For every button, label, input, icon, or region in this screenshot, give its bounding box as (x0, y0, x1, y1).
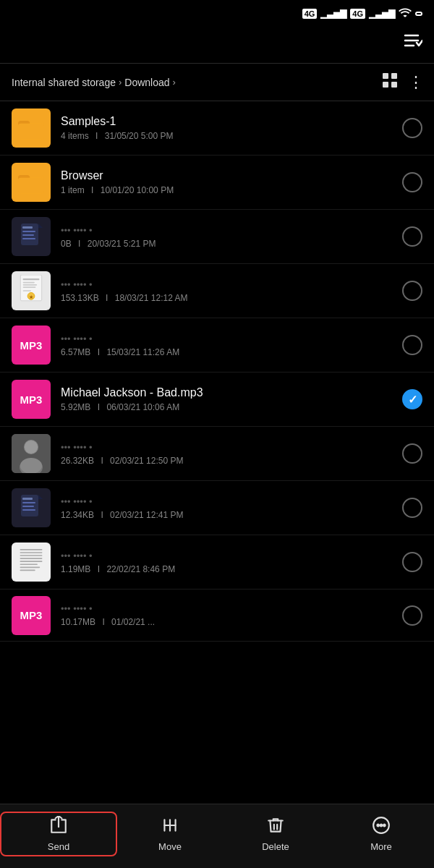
doc-icon (12, 217, 51, 256)
file-name: Michael Jackson - Bad.mp3 (61, 386, 392, 399)
battery-indicator (415, 12, 422, 16)
file-size: 0B (61, 239, 72, 249)
mp3-icon: MP3 (12, 326, 51, 365)
svg-rect-16 (22, 234, 34, 236)
svg-rect-43 (20, 561, 43, 562)
file-size: 12.34KB (61, 510, 94, 520)
send-label: Send (48, 841, 69, 852)
more-label: More (370, 841, 392, 852)
svg-text:★: ★ (29, 294, 33, 299)
file-date: 06/03/21 10:06 AM (106, 402, 179, 412)
svg-rect-42 (20, 558, 43, 559)
file-meta: 12.34KB I 02/03/21 12:41 PM (61, 510, 392, 520)
delete-label: Delete (262, 841, 289, 852)
file-date: 20/03/21 5:21 PM (88, 239, 156, 249)
grid-view-button[interactable] (382, 72, 398, 92)
list-item[interactable]: MP3 ••• •••• • 10.17MB I 01/02/21 ... (0, 590, 434, 642)
file-meta-separator: I (98, 347, 100, 357)
file-info: ••• •••• • 1.19MB I 22/02/21 8:46 PM (61, 550, 392, 574)
file-checkbox[interactable] (402, 118, 422, 138)
mp3-icon: MP3 (12, 380, 51, 419)
list-item[interactable]: ••• •••• • 0B I 20/03/21 5:21 PM (0, 210, 434, 264)
mp3-icon: MP3 (12, 596, 51, 635)
svg-rect-34 (22, 502, 35, 503)
file-info: ••• •••• • 26.32KB I 02/03/21 12:50 PM (61, 442, 392, 466)
breadcrumb-chevron-1: › (119, 77, 122, 88)
select-all-button[interactable] (404, 33, 422, 53)
send-button[interactable]: Send (0, 812, 117, 856)
file-checkbox[interactable] (402, 605, 422, 626)
breadcrumb-root[interactable]: Internal shared storage (12, 77, 116, 88)
file-name: ••• •••• • (61, 550, 392, 561)
move-button[interactable]: Move (117, 813, 223, 855)
file-date: 31/05/20 5:00 PM (105, 131, 174, 141)
svg-rect-35 (22, 506, 34, 507)
file-meta: 6.57MB I 15/03/21 11:26 AM (61, 347, 392, 357)
svg-rect-40 (20, 552, 43, 553)
delete-button[interactable]: Delete (223, 813, 328, 855)
person-icon (12, 434, 51, 473)
file-size: 10.17MB (61, 617, 95, 627)
network-type-2-icon: 4G (350, 9, 365, 19)
list-item[interactable]: ••• •••• • 12.34KB I 02/03/21 12:41 PM (0, 481, 434, 535)
file-meta-separator: I (95, 131, 98, 141)
folder-icon (12, 163, 51, 202)
file-checkbox[interactable] (402, 552, 422, 572)
svg-rect-14 (22, 226, 33, 229)
file-meta: 1 item I 10/01/20 10:00 PM (61, 185, 392, 195)
status-icons: 4G ▁▃▅▇ 4G ▁▃▅▇ (299, 7, 422, 20)
file-checkbox[interactable] (402, 172, 422, 192)
svg-rect-24 (23, 290, 31, 292)
more-button[interactable]: More (328, 813, 434, 855)
file-checkbox[interactable] (402, 443, 422, 464)
overflow-menu-button[interactable]: ⋮ (408, 73, 422, 92)
list-item[interactable]: MP3 ••• •••• • 6.57MB I 15/03/21 11:26 A… (0, 318, 434, 373)
svg-rect-6 (391, 82, 397, 88)
file-info: Browser 1 item I 10/01/20 10:00 PM (61, 169, 392, 195)
file-name: ••• •••• • (61, 279, 392, 290)
folder-icon (12, 109, 51, 148)
svg-rect-21 (23, 282, 35, 284)
breadcrumb-path[interactable]: Internal shared storage › Download › (12, 77, 176, 88)
file-meta-separator: I (98, 564, 100, 574)
breadcrumb-current[interactable]: Download (124, 77, 169, 88)
file-date: 02/03/21 12:50 PM (110, 456, 183, 466)
svg-rect-23 (23, 286, 36, 288)
file-meta: 10.17MB I 01/02/21 ... (61, 617, 392, 627)
file-info: Michael Jackson - Bad.mp3 5.92MB I 06/03… (61, 386, 392, 412)
file-size: 1 item (61, 185, 85, 195)
list-item[interactable]: Samples-1 4 items I 31/05/20 5:00 PM (0, 101, 434, 156)
file-info: ••• •••• • 0B I 20/03/21 5:21 PM (61, 225, 392, 249)
file-checkbox[interactable] (402, 335, 422, 355)
svg-point-53 (377, 825, 379, 827)
file-name: ••• •••• • (61, 442, 392, 453)
doc-icon (12, 488, 51, 527)
delete-icon (266, 816, 285, 838)
list-item[interactable]: ★ ••• •••• • 153.13KB I 18/03/21 12:12 A… (0, 264, 434, 318)
toolbar-spacer (0, 642, 434, 699)
svg-rect-5 (383, 82, 388, 88)
list-item[interactable]: MP3 Michael Jackson - Bad.mp3 5.92MB I 0… (0, 373, 434, 427)
list-item[interactable]: ••• •••• • 1.19MB I 22/02/21 8:46 PM (0, 535, 434, 590)
file-checkbox[interactable] (402, 389, 422, 409)
list-item[interactable]: Browser 1 item I 10/01/20 10:00 PM (0, 156, 434, 210)
file-checkbox[interactable] (402, 226, 422, 247)
svg-rect-39 (20, 549, 43, 550)
file-name: ••• •••• • (61, 333, 392, 344)
file-info: ••• •••• • 153.13KB I 18/03/21 12:12 AM (61, 279, 392, 303)
network-type-icon: 4G (302, 9, 318, 19)
list-item[interactable]: ••• •••• • 26.32KB I 02/03/21 12:50 PM (0, 427, 434, 481)
file-checkbox[interactable] (402, 498, 422, 518)
file-size: 26.32KB (61, 456, 94, 466)
file-meta: 4 items I 31/05/20 5:00 PM (61, 131, 392, 141)
file-list: Samples-1 4 items I 31/05/20 5:00 PM Bro… (0, 101, 434, 642)
svg-rect-15 (22, 231, 35, 232)
file-meta-separator: I (91, 185, 93, 195)
svg-rect-4 (391, 73, 397, 79)
file-meta: 26.32KB I 02/03/21 12:50 PM (61, 456, 392, 466)
svg-rect-12 (18, 178, 44, 194)
file-checkbox[interactable] (402, 281, 422, 301)
svg-point-54 (380, 825, 383, 827)
file-name: ••• •••• • (61, 603, 392, 614)
file-size: 1.19MB (61, 564, 90, 574)
